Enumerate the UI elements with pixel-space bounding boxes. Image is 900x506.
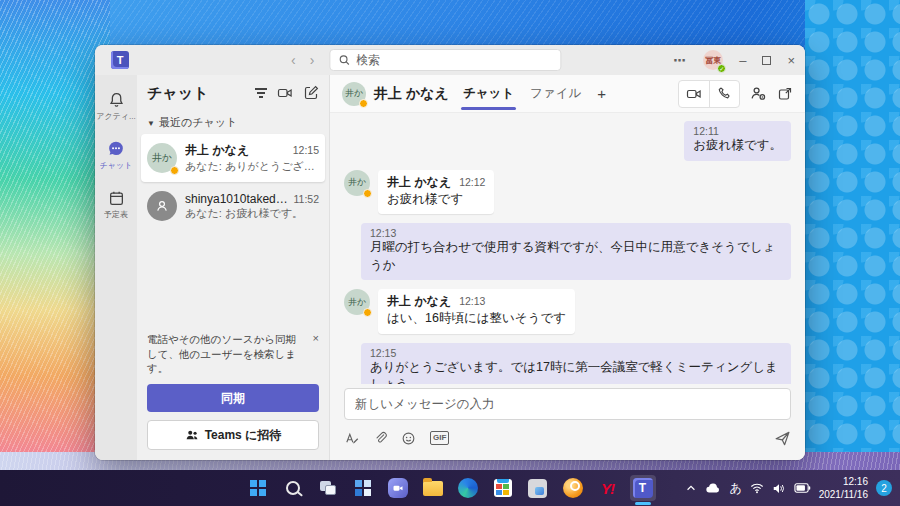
tab-files[interactable]: ファイル bbox=[530, 75, 581, 112]
sync-button[interactable]: 同期 bbox=[147, 384, 319, 412]
maximize-button[interactable] bbox=[762, 56, 771, 65]
meet-now-icon[interactable] bbox=[277, 85, 293, 101]
gif-icon[interactable]: GIF bbox=[430, 431, 449, 445]
avatar-contact bbox=[147, 191, 177, 221]
wifi-icon[interactable] bbox=[750, 482, 764, 494]
chat-item-name: shinya1010takeda@gm... bbox=[185, 192, 290, 206]
conversation-title: 井上 かなえ bbox=[374, 85, 449, 103]
more-options-icon[interactable]: ⋯ bbox=[673, 53, 687, 68]
battery-icon[interactable] bbox=[794, 482, 811, 494]
message-outgoing: 12:11 お疲れ様です。 bbox=[684, 121, 791, 161]
avatar-initials: 井か bbox=[348, 176, 366, 189]
wallpaper-pattern-band bbox=[805, 0, 900, 470]
edge-button[interactable] bbox=[455, 475, 481, 501]
message-time: 12:15 bbox=[370, 347, 782, 359]
tray-chevron-up-icon[interactable] bbox=[685, 482, 697, 494]
wallpaper-rainbow-band bbox=[0, 0, 110, 470]
message-incoming: 井か 井上 かなえ 12:13 はい、16時頃には整いそうです bbox=[344, 289, 791, 334]
orange-app-icon bbox=[563, 478, 583, 498]
ime-indicator[interactable]: あ bbox=[729, 480, 741, 497]
open-in-new-window-button[interactable] bbox=[777, 86, 793, 102]
orange-app-button[interactable] bbox=[560, 475, 586, 501]
teams-logo-icon: T bbox=[111, 51, 129, 69]
nav-forward-icon[interactable]: › bbox=[310, 52, 315, 68]
profile-avatar[interactable]: 冨東 ✓ bbox=[703, 50, 723, 70]
rail-item-chat[interactable]: チャット bbox=[95, 132, 137, 179]
chat-list-item-inoue[interactable]: 井か 井上 かなえ 12:15 あなた: ありがとうございます。で... bbox=[141, 134, 325, 182]
conversation-avatar[interactable]: 井か bbox=[342, 82, 366, 106]
audio-call-button[interactable] bbox=[709, 81, 739, 107]
teams-app-button[interactable]: T bbox=[630, 475, 656, 501]
phone-icon bbox=[717, 86, 732, 101]
task-view-button[interactable] bbox=[315, 475, 341, 501]
search-input[interactable] bbox=[356, 53, 552, 67]
folder-icon bbox=[423, 481, 443, 496]
invite-label: Teams に招待 bbox=[205, 427, 282, 444]
section-caret-icon: ▼ bbox=[147, 119, 155, 128]
file-explorer-button[interactable] bbox=[420, 475, 446, 501]
onedrive-icon[interactable] bbox=[705, 482, 721, 494]
taskbar-search-button[interactable] bbox=[280, 475, 306, 501]
message-list[interactable]: 12:11 お疲れ様です。 井か 井上 かなえ 12:12 お疲れ様です bbox=[330, 113, 805, 384]
avatar-initials: 井か bbox=[152, 151, 172, 165]
chat-item-preview: あなた: お疲れ様です。 bbox=[185, 206, 319, 221]
taskbar-clock[interactable]: 12:16 2021/11/16 bbox=[819, 475, 868, 501]
format-icon[interactable] bbox=[344, 431, 359, 446]
emoji-icon[interactable] bbox=[401, 431, 416, 446]
view-participants-button[interactable] bbox=[750, 85, 767, 102]
widgets-button[interactable] bbox=[350, 475, 376, 501]
nav-back-icon[interactable]: ‹ bbox=[291, 52, 296, 68]
sync-prompt-text: 電話やその他のソースから同期して、他のユーザーを検索します。 bbox=[147, 332, 305, 376]
rail-item-calendar[interactable]: 予定表 bbox=[95, 181, 137, 228]
calendar-icon bbox=[108, 190, 125, 207]
dismiss-sync-icon[interactable]: × bbox=[313, 332, 319, 344]
conversation-pane: 井か 井上 かなえ チャット ファイル + bbox=[330, 75, 805, 460]
send-button[interactable] bbox=[774, 430, 791, 447]
presence-available-badge: ✓ bbox=[717, 64, 726, 73]
start-button[interactable] bbox=[245, 475, 271, 501]
yahoo-button[interactable]: Y! bbox=[595, 475, 621, 501]
message-avatar: 井か bbox=[344, 170, 370, 196]
microsoft-store-button[interactable] bbox=[490, 475, 516, 501]
chat-bubble-icon bbox=[107, 140, 125, 158]
compose-area: GIF bbox=[330, 384, 805, 460]
teams-chat-button[interactable] bbox=[385, 475, 411, 501]
message-avatar: 井か bbox=[344, 289, 370, 315]
photos-app-button[interactable] bbox=[525, 475, 551, 501]
message-input[interactable] bbox=[344, 388, 791, 420]
photos-icon bbox=[528, 479, 547, 498]
avatar-inoue: 井か bbox=[147, 143, 177, 173]
message-time: 12:13 bbox=[459, 295, 485, 307]
message-text: お疲れ様です。 bbox=[693, 137, 782, 155]
close-button[interactable]: × bbox=[787, 54, 795, 67]
store-icon bbox=[494, 479, 512, 497]
notification-count-badge[interactable]: 2 bbox=[876, 480, 892, 496]
bell-icon bbox=[108, 92, 125, 109]
message-text: ありがとうございます。では17時に第一会議室で軽くミーティングしましょう bbox=[370, 359, 782, 385]
tab-chat[interactable]: チャット bbox=[463, 75, 514, 112]
search-box[interactable] bbox=[329, 49, 561, 71]
add-tab-button[interactable]: + bbox=[597, 85, 606, 102]
recent-chats-section[interactable]: ▼最近のチャット bbox=[137, 111, 329, 134]
teams-window: T ‹ › ⋯ 冨東 ✓ – × bbox=[95, 45, 805, 460]
person-icon bbox=[154, 198, 170, 214]
presence-away-badge bbox=[363, 189, 372, 198]
rail-label-chat: チャット bbox=[100, 160, 133, 171]
new-chat-icon[interactable] bbox=[303, 85, 319, 101]
rail-item-activity[interactable]: アクティ... bbox=[95, 83, 137, 130]
speaker-icon[interactable] bbox=[772, 482, 786, 495]
titlebar[interactable]: T ‹ › ⋯ 冨東 ✓ – × bbox=[95, 45, 805, 75]
search-icon bbox=[338, 54, 350, 66]
message-incoming: 井か 井上 かなえ 12:12 お疲れ様です bbox=[344, 170, 791, 215]
taskbar: Y! T あ 12:16 2021/11/16 2 bbox=[0, 470, 900, 506]
invite-to-teams-button[interactable]: Teams に招待 bbox=[147, 420, 319, 450]
filter-icon[interactable] bbox=[255, 88, 267, 97]
chat-list-item-shinya[interactable]: shinya1010takeda@gm... 11:52 あなた: お疲れ様です… bbox=[141, 182, 325, 230]
system-tray: あ 12:16 2021/11/16 2 bbox=[685, 470, 892, 506]
section-label: 最近のチャット bbox=[159, 116, 237, 128]
message-time: 12:13 bbox=[370, 227, 782, 239]
minimize-button[interactable]: – bbox=[739, 54, 746, 67]
attach-icon[interactable] bbox=[373, 431, 387, 445]
popout-icon bbox=[777, 86, 793, 102]
video-call-button[interactable] bbox=[679, 81, 709, 107]
